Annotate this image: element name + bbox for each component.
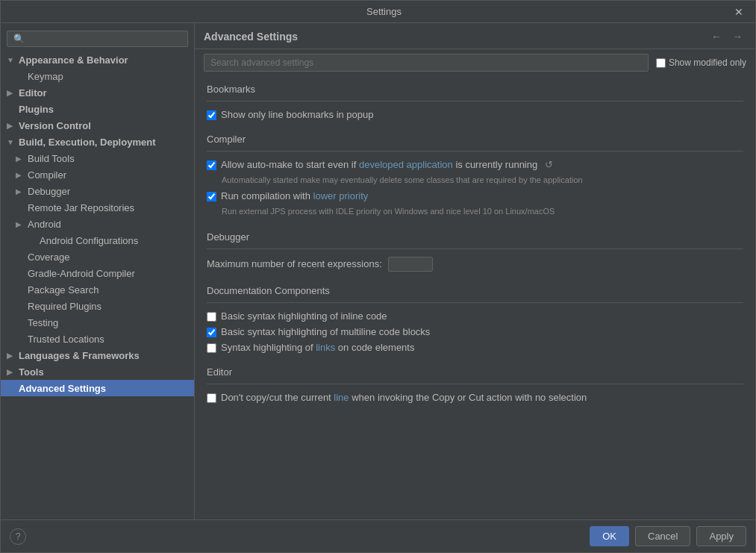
- sidebar-item-required-plugins[interactable]: Required Plugins: [1, 298, 194, 314]
- sidebar-item-label-required-plugins: Required Plugins: [28, 301, 101, 312]
- sidebar-item-plugins[interactable]: Plugins: [1, 101, 194, 117]
- allow-auto-make-subtext: Automatically started make may eventuall…: [222, 175, 743, 186]
- sidebar-item-build-exec[interactable]: ▼Build, Execution, Deployment: [1, 134, 194, 150]
- allow-auto-make-link: developed application: [359, 159, 453, 170]
- dont-copy-text-2: when invoking the Copy or Cut action wit…: [349, 392, 587, 403]
- syntax-links-checkbox[interactable]: [207, 343, 216, 353]
- footer: ? OK Cancel Apply: [1, 519, 755, 552]
- basic-multiline-label[interactable]: Basic syntax highlighting of multiline c…: [221, 326, 430, 337]
- expand-icon-tools: ▶: [7, 368, 17, 376]
- run-compilation-checkbox[interactable]: [207, 192, 216, 201]
- compiler-title: Compiler: [207, 134, 743, 145]
- debugger-divider: [207, 249, 743, 249]
- allow-auto-make-label[interactable]: Allow auto-make to start even if develop…: [221, 159, 553, 170]
- panel-title: Advanced Settings: [204, 31, 298, 43]
- expand-icon-build-tools: ▶: [16, 154, 26, 163]
- footer-left: ?: [10, 528, 26, 545]
- sidebar-item-tools[interactable]: ▶Tools: [1, 363, 194, 380]
- nav-forward-button[interactable]: →: [728, 29, 746, 44]
- show-modified-area: Show modified only: [656, 57, 746, 68]
- dont-copy-text-1: Don't copy/cut the current: [221, 392, 334, 403]
- compiler-row-1: Run compilation with lower priority: [207, 190, 743, 201]
- sidebar-item-trusted-locations[interactable]: Trusted Locations: [1, 331, 194, 347]
- show-line-bookmarks-checkbox[interactable]: [207, 110, 216, 120]
- basic-inline-checkbox[interactable]: [207, 312, 216, 322]
- sidebar-item-coverage[interactable]: Coverage: [1, 249, 194, 265]
- sidebar-item-advanced-settings[interactable]: Advanced Settings: [1, 380, 194, 396]
- compiler-section: Compiler Allow auto-make to start even i…: [207, 134, 743, 218]
- sidebar-item-testing[interactable]: Testing: [1, 314, 194, 331]
- editor-row-0: Don't copy/cut the current line when inv…: [207, 392, 743, 403]
- show-modified-label[interactable]: Show modified only: [669, 57, 746, 68]
- sidebar-item-build-tools[interactable]: ▶Build Tools: [1, 150, 194, 166]
- expand-icon-debugger: ▶: [16, 187, 26, 196]
- sidebar-item-gradle-android[interactable]: Gradle-Android Compiler: [1, 265, 194, 281]
- main-content: ▼Appearance & BehaviorKeymap▶EditorPlugi…: [1, 23, 755, 519]
- sidebar-item-editor[interactable]: ▶Editor: [1, 84, 194, 101]
- sidebar-search-input[interactable]: [7, 31, 188, 47]
- show-line-bookmarks-label[interactable]: Show only line bookmarks in popup: [221, 109, 374, 120]
- cancel-button[interactable]: Cancel: [635, 526, 690, 546]
- sidebar-item-label-android: Android: [28, 219, 61, 230]
- basic-multiline-checkbox[interactable]: [207, 328, 216, 337]
- sidebar-item-label-package-search: Package Search: [28, 284, 99, 296]
- doc-row-0: Basic syntax highlighting of inline code: [207, 310, 743, 322]
- settings-search-row: Show modified only: [195, 49, 755, 76]
- sidebar-item-label-compiler: Compiler: [28, 169, 66, 181]
- sidebar-item-package-search[interactable]: Package Search: [1, 281, 194, 298]
- syntax-links-link: links: [316, 342, 335, 353]
- sidebar-item-appearance[interactable]: ▼Appearance & Behavior: [1, 51, 194, 68]
- max-expressions-input[interactable]: 50: [388, 257, 433, 272]
- expand-icon-compiler: ▶: [16, 171, 26, 179]
- sidebar-item-android-configs[interactable]: Android Configurations: [1, 232, 194, 249]
- nav-buttons: ← →: [707, 29, 746, 44]
- allow-auto-make-text-1: Allow auto-make to start even if: [221, 159, 359, 170]
- basic-inline-label[interactable]: Basic syntax highlighting of inline code: [221, 310, 387, 322]
- bookmarks-title: Bookmarks: [207, 84, 743, 95]
- right-panel: Advanced Settings ← → Show modified only…: [195, 23, 755, 519]
- bookmarks-section: Bookmarks Show only line bookmarks in po…: [207, 84, 743, 120]
- dont-copy-label[interactable]: Don't copy/cut the current line when inv…: [221, 392, 587, 403]
- sidebar-item-label-trusted-locations: Trusted Locations: [28, 334, 104, 345]
- sidebar-item-version-control[interactable]: ▶Version Control: [1, 117, 194, 134]
- panel-header: Advanced Settings ← →: [195, 23, 755, 49]
- allow-auto-make-text-2: is currently running: [453, 159, 537, 170]
- editor-section: Editor Don't copy/cut the current line w…: [207, 366, 743, 403]
- sidebar-item-compiler[interactable]: ▶Compiler: [1, 166, 194, 183]
- sidebar-item-label-build-exec: Build, Execution, Deployment: [19, 137, 155, 148]
- sidebar-item-label-remote-jar: Remote Jar Repositories: [28, 202, 134, 213]
- dont-copy-checkbox[interactable]: [207, 393, 216, 403]
- doc-row-1: Basic syntax highlighting of multiline c…: [207, 326, 743, 337]
- sidebar-items-container: ▼Appearance & BehaviorKeymap▶EditorPlugi…: [1, 51, 194, 396]
- apply-button[interactable]: Apply: [696, 526, 746, 546]
- sidebar-item-debugger[interactable]: ▶Debugger: [1, 183, 194, 199]
- sidebar-item-languages[interactable]: ▶Languages & Frameworks: [1, 347, 194, 363]
- show-modified-checkbox[interactable]: [656, 58, 666, 68]
- run-compilation-subtext: Run external JPS process with IDLE prior…: [222, 206, 743, 217]
- sidebar-item-label-tools: Tools: [19, 366, 44, 378]
- sidebar-item-label-advanced-settings: Advanced Settings: [19, 383, 106, 394]
- expand-icon-build-exec: ▼: [7, 138, 17, 146]
- sidebar-item-label-gradle-android: Gradle-Android Compiler: [28, 268, 135, 279]
- close-button[interactable]: ✕: [730, 4, 748, 19]
- sidebar-item-label-build-tools: Build Tools: [28, 153, 75, 164]
- sidebar-item-android[interactable]: ▶Android: [1, 216, 194, 232]
- sidebar-item-remote-jar[interactable]: Remote Jar Repositories: [1, 199, 194, 216]
- ok-button[interactable]: OK: [590, 526, 629, 546]
- help-button[interactable]: ?: [10, 528, 26, 545]
- syntax-links-label[interactable]: Syntax highlighting of links on code ele…: [221, 342, 414, 353]
- refresh-icon: ↺: [545, 159, 553, 170]
- allow-auto-make-checkbox[interactable]: [207, 160, 216, 170]
- sidebar-item-label-android-configs: Android Configurations: [40, 235, 138, 246]
- sidebar-item-label-appearance: Appearance & Behavior: [19, 54, 128, 66]
- sidebar-item-label-plugins: Plugins: [19, 104, 54, 115]
- settings-search-input[interactable]: [204, 54, 649, 72]
- title-bar: Settings ✕: [1, 1, 755, 23]
- debugger-section: Debugger Maximum number of recent expres…: [207, 231, 743, 272]
- sidebar-item-keymap[interactable]: Keymap: [1, 68, 194, 84]
- max-expressions-row: Maximum number of recent expressions: 50: [207, 257, 743, 272]
- nav-back-button[interactable]: ←: [707, 29, 725, 44]
- expand-icon-editor: ▶: [7, 89, 17, 97]
- run-compilation-label[interactable]: Run compilation with lower priority: [221, 190, 368, 201]
- expand-icon-android: ▶: [16, 220, 26, 228]
